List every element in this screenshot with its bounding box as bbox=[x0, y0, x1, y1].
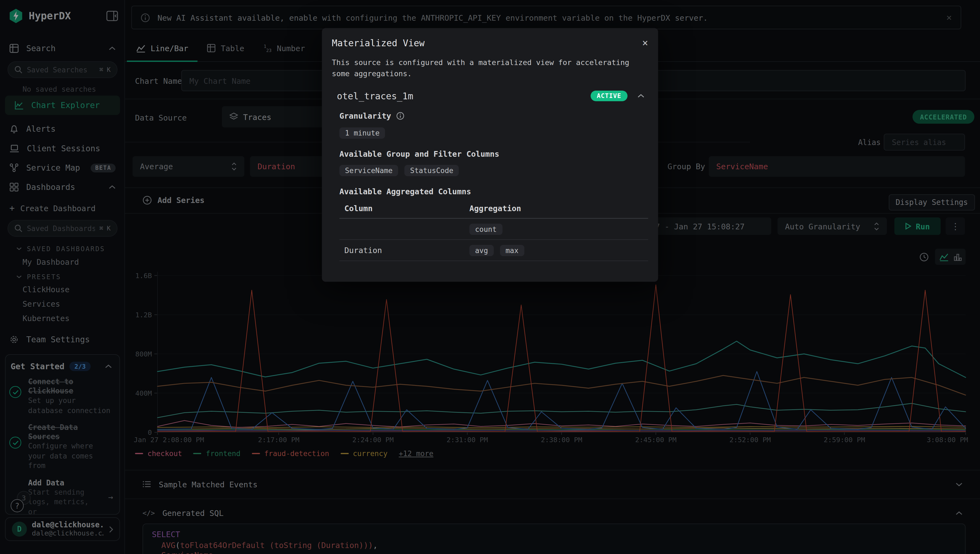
table-row: count bbox=[339, 218, 648, 239]
info-icon bbox=[396, 112, 404, 120]
modal-description: This source is configured with a materia… bbox=[332, 57, 648, 79]
aggregated-columns-table: Column Aggregation count Duration avgmax bbox=[339, 201, 648, 261]
column-chip: ServiceName bbox=[339, 165, 398, 176]
agg-chip: max bbox=[500, 245, 524, 256]
granularity-label: Granularity bbox=[339, 111, 391, 121]
materialized-view-modal: Materialized View × This source is confi… bbox=[322, 28, 658, 282]
chevron-up-icon[interactable] bbox=[637, 94, 644, 98]
group-filter-label: Available Group and Filter Columns bbox=[339, 150, 648, 159]
agg-chip: count bbox=[469, 223, 502, 234]
aggregation-header: Aggregation bbox=[464, 201, 648, 218]
view-name: otel_traces_1m bbox=[337, 91, 584, 101]
aggregated-label: Available Aggregated Columns bbox=[339, 187, 648, 196]
agg-chip: avg bbox=[469, 245, 494, 256]
column-header: Column bbox=[339, 201, 464, 218]
table-row: Duration avgmax bbox=[339, 239, 648, 261]
modal-close-icon[interactable]: × bbox=[642, 37, 648, 49]
app-root: HyperDX Search Saved Searches ⌘ K No sav… bbox=[0, 0, 980, 554]
modal-title: Materialized View bbox=[332, 38, 425, 48]
column-chip: StatusCode bbox=[405, 165, 459, 176]
active-badge: ACTIVE bbox=[590, 91, 628, 101]
granularity-chip: 1 minute bbox=[339, 127, 385, 138]
